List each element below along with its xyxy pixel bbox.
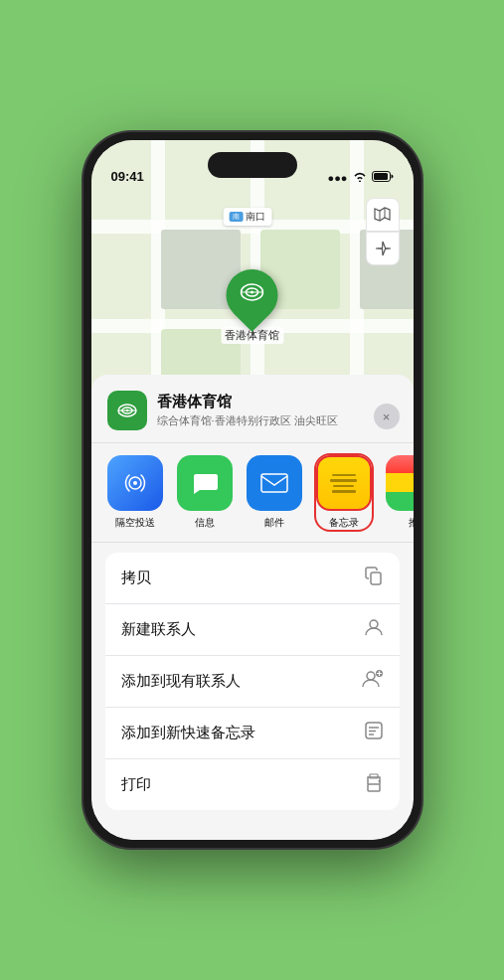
svg-rect-1	[374, 173, 388, 180]
copy-label: 拷贝	[121, 569, 151, 587]
map-south-label: 南 南口	[223, 208, 271, 226]
share-more[interactable]: 推	[386, 455, 414, 530]
more-icon	[386, 455, 414, 511]
venue-close-button[interactable]: ×	[374, 404, 400, 429]
notes-icon	[316, 455, 372, 511]
wifi-icon	[353, 171, 367, 184]
phone-frame: 09:41 ●●●	[84, 132, 421, 848]
share-row: 隔空投送 信息	[91, 443, 414, 543]
svg-rect-25	[370, 774, 378, 778]
svg-rect-24	[368, 784, 380, 791]
share-messages[interactable]: 信息	[177, 455, 233, 530]
action-list: 拷贝 新建联系人	[105, 553, 400, 810]
print-icon	[364, 772, 384, 797]
add-contact-label: 添加到现有联系人	[121, 672, 241, 691]
status-icons: ●●●	[328, 171, 394, 184]
map-controls	[366, 198, 400, 265]
print-label: 打印	[121, 775, 151, 794]
new-contact-label: 新建联系人	[121, 620, 196, 639]
new-contact-icon	[364, 617, 384, 642]
label-bg: 南	[229, 212, 243, 222]
signal-icon: ●●●	[328, 172, 348, 184]
quick-note-label: 添加到新快速备忘录	[121, 724, 255, 742]
share-mail[interactable]: 邮件	[247, 455, 302, 530]
copy-icon	[364, 566, 384, 590]
notes-label: 备忘录	[329, 516, 359, 530]
south-gate-label: 南口	[246, 210, 265, 224]
venue-icon	[107, 391, 147, 430]
airdrop-label: 隔空投送	[115, 516, 155, 530]
share-notes[interactable]: 备忘录	[316, 455, 372, 530]
venue-subtitle: 综合体育馆·香港特别行政区 油尖旺区	[157, 413, 338, 428]
messages-label: 信息	[195, 516, 215, 530]
stadium-pin	[216, 258, 289, 332]
quick-note-icon	[364, 721, 384, 745]
action-quick-note[interactable]: 添加到新快速备忘录	[105, 708, 400, 759]
location-button[interactable]	[366, 232, 400, 265]
bottom-sheet: 香港体育馆 综合体育馆·香港特别行政区 油尖旺区 ×	[91, 375, 414, 840]
battery-icon	[372, 171, 394, 184]
mail-icon	[247, 455, 302, 511]
mail-label: 邮件	[264, 516, 284, 530]
stadium-marker[interactable]: 香港体育馆	[221, 269, 283, 344]
more-label: 推	[409, 516, 414, 530]
venue-header: 香港体育馆 综合体育馆·香港特别行政区 油尖旺区 ×	[91, 391, 414, 443]
airdrop-icon	[107, 455, 163, 511]
phone-screen: 09:41 ●●●	[91, 140, 414, 840]
svg-point-7	[251, 291, 253, 294]
venue-name: 香港体育馆	[157, 393, 338, 411]
action-add-contact[interactable]: 添加到现有联系人	[105, 656, 400, 708]
svg-point-16	[367, 672, 375, 680]
svg-point-11	[125, 409, 127, 411]
close-icon: ×	[383, 409, 391, 424]
svg-rect-13	[261, 474, 287, 492]
stadium-icon	[239, 278, 266, 312]
map-type-button[interactable]	[366, 198, 400, 232]
messages-icon	[177, 455, 233, 511]
venue-info: 香港体育馆 综合体育馆·香港特别行政区 油尖旺区	[157, 393, 338, 428]
action-copy[interactable]: 拷贝	[105, 553, 400, 604]
action-print[interactable]: 打印	[105, 759, 400, 810]
action-new-contact[interactable]: 新建联系人	[105, 604, 400, 656]
svg-point-12	[133, 481, 137, 485]
add-contact-icon	[362, 669, 384, 694]
share-airdrop[interactable]: 隔空投送	[107, 455, 163, 530]
svg-point-26	[378, 780, 380, 782]
dynamic-island	[208, 152, 297, 178]
status-time: 09:41	[111, 169, 144, 184]
svg-point-15	[370, 620, 378, 628]
svg-rect-14	[371, 572, 381, 584]
